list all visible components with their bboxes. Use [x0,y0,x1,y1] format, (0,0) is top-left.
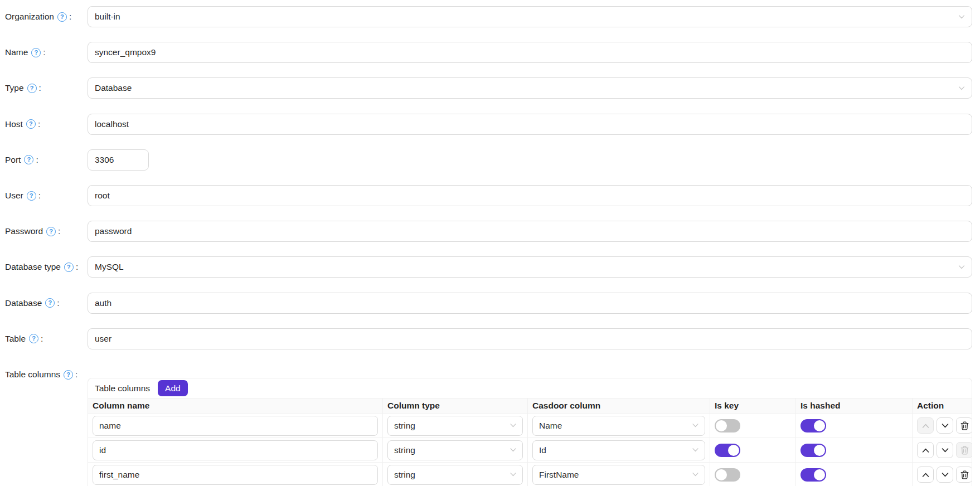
column-type-select[interactable]: string [387,465,523,485]
field-label: Organization [5,12,54,22]
help-icon[interactable]: ? [31,48,41,57]
column-name-input[interactable] [93,465,378,485]
field-label: Table [5,334,26,344]
chevron-down-icon [692,473,698,477]
help-icon[interactable]: ? [45,298,55,308]
panel-titlebar: Table columns Add [88,378,972,398]
panel-title: Table columns [95,383,150,393]
form-row-host: Host ? : [0,114,980,135]
field-label: Port [5,155,21,165]
table-columns-field-label: Table columns ? : [5,364,77,385]
field-label: Host [5,119,23,129]
help-icon[interactable]: ? [26,119,36,129]
table-header-row: Column name Column type Casdoor column I… [88,398,972,414]
column-name-input[interactable] [93,416,378,436]
move-down-button[interactable] [937,466,953,483]
table-row: string FirstName [88,463,972,486]
chevron-down-icon [510,448,516,452]
form-row-database: Database ? : [0,293,980,314]
chevron-down-icon [958,86,965,90]
header-column-name: Column name [88,398,383,413]
field-label: Database [5,298,42,308]
header-action: Action [913,398,972,413]
is-hashed-toggle[interactable] [801,468,826,482]
host-input[interactable] [88,114,972,135]
field-label: Name [5,47,28,57]
form-row-organization: Organization ? : built-in [0,6,980,27]
help-icon[interactable]: ? [64,263,74,272]
database-input[interactable] [88,293,972,314]
is-hashed-toggle[interactable] [801,444,826,457]
form-row-type: Type ? : Database [0,77,980,99]
form-row-table: Table ? : [0,328,980,349]
is-key-toggle[interactable] [715,419,740,432]
syncer-edit-form: Organization ? : built-in Name ? : Type … [0,0,980,486]
casdoor-column-select[interactable]: Name [532,416,705,436]
password-input[interactable] [88,221,972,242]
move-up-button[interactable] [917,442,934,458]
delete-button[interactable] [956,442,972,458]
table-row: string Id [88,438,972,463]
table-row: string Name [88,414,972,438]
help-icon[interactable]: ? [27,191,36,201]
table-columns-panel: Table columns Add Column name Column typ… [88,378,972,486]
is-key-toggle[interactable] [715,444,740,457]
field-label: Password [5,226,43,236]
name-input[interactable] [88,42,972,63]
column-name-input[interactable] [93,440,378,460]
add-column-button[interactable]: Add [158,380,188,396]
chevron-down-icon [692,448,698,452]
form-row-database-type: Database type ? : MySQL [0,256,980,278]
move-down-button[interactable] [937,442,953,458]
chevron-down-icon [958,15,965,19]
field-label: Table columns [5,370,60,380]
field-label: Database type [5,262,61,272]
chevron-down-icon [510,424,516,427]
form-row-password: Password ? : [0,221,980,242]
delete-button[interactable] [956,417,972,434]
casdoor-column-select[interactable]: FirstName [532,465,705,485]
delete-button[interactable] [956,466,972,483]
help-icon[interactable]: ? [27,84,37,93]
table-input[interactable] [88,328,972,349]
form-row-name: Name ? : [0,42,980,63]
header-casdoor-column: Casdoor column [528,398,710,413]
chevron-down-icon [510,473,516,477]
chevron-down-icon [958,265,965,269]
help-icon[interactable]: ? [64,370,73,380]
is-key-toggle[interactable] [715,468,740,482]
port-input[interactable] [88,149,149,171]
move-up-button[interactable] [917,466,934,483]
casdoor-column-select[interactable]: Id [532,440,705,460]
table-body: string Name [88,414,972,486]
column-type-select[interactable]: string [387,440,523,460]
help-icon[interactable]: ? [46,227,56,236]
field-label: User [5,191,23,201]
header-is-key: Is key [710,398,796,413]
help-icon[interactable]: ? [29,334,38,343]
is-hashed-toggle[interactable] [801,419,826,432]
type-select[interactable]: Database [88,77,972,99]
user-input[interactable] [88,185,972,206]
header-is-hashed: Is hashed [796,398,913,413]
move-down-button[interactable] [937,417,953,434]
help-icon[interactable]: ? [57,12,67,22]
header-column-type: Column type [383,398,528,413]
column-type-select[interactable]: string [387,416,523,436]
organization-select[interactable]: built-in [88,6,972,27]
form-row-port: Port ? : [0,149,980,171]
move-up-button[interactable] [917,417,934,434]
field-label: Type [5,83,24,93]
form-row-user: User ? : [0,185,980,206]
help-icon[interactable]: ? [24,155,33,164]
chevron-down-icon [692,424,698,427]
database-type-select[interactable]: MySQL [88,256,972,278]
